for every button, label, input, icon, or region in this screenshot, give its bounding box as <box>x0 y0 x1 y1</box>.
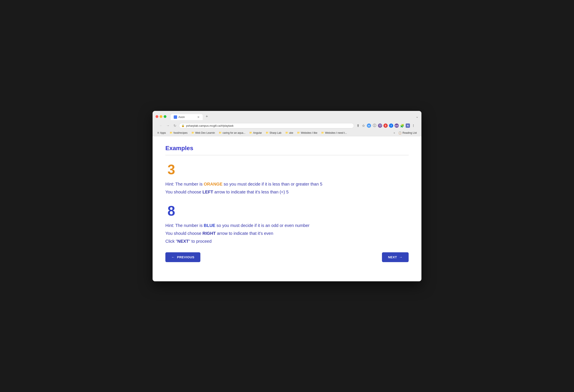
folder-icon-sharplab: 📁 <box>266 131 269 134</box>
share-icon[interactable]: ⬆ <box>356 123 360 128</box>
previous-button-label: PREVIOUS <box>177 255 195 259</box>
bookmark-food[interactable]: 📁 food/recipes <box>168 131 189 135</box>
new-tab-button[interactable]: + <box>204 113 210 120</box>
bookmark-food-label: food/recipes <box>173 131 187 134</box>
folder-icon-caring: 📁 <box>219 131 222 134</box>
bookmarks-bar: ⊞ Apps 📁 food/recipes 📁 Web Dev Learnin … <box>153 130 421 136</box>
example-2-block: 8 Hint: The number is BLUE so you must d… <box>165 203 409 244</box>
tab-label: Axon <box>178 115 185 118</box>
back-button[interactable]: ← <box>159 124 164 128</box>
maximize-button[interactable] <box>164 115 166 118</box>
folder-icon-websites-need: 📁 <box>321 131 324 134</box>
example-2-number: 8 <box>165 203 409 219</box>
more-icon[interactable]: ⋮ <box>411 123 415 128</box>
bookmark-caring[interactable]: 📁 caring for an aqua... <box>217 131 247 135</box>
browser-window: Axon ✕ + ⌄ ← → ↻ 🔒 psharplab.campus.mcgi… <box>153 111 421 281</box>
forward-button[interactable]: → <box>165 124 170 128</box>
arrow-right-icon <box>399 255 403 259</box>
example-2-instruction-1: You should choose RIGHT arrow to indicat… <box>165 231 409 236</box>
arrow-left-icon <box>171 255 175 259</box>
folder-icon-uke: 📁 <box>285 131 288 134</box>
bookmark-uke[interactable]: 📁 uke <box>284 131 295 135</box>
example-2-color-word: BLUE <box>204 223 215 228</box>
bookmark-angular-label: Angular <box>253 131 262 134</box>
folder-icon-webdev: 📁 <box>191 131 194 134</box>
window-collapse-button[interactable]: ⌄ <box>416 115 418 118</box>
bookmarks-more-button[interactable]: » <box>392 131 396 135</box>
active-tab[interactable]: Axon ✕ <box>171 114 203 120</box>
example-1-color-word: ORANGE <box>204 182 223 186</box>
reload-button[interactable]: ↻ <box>172 124 177 128</box>
folder-icon-food: 📁 <box>170 131 173 134</box>
bookmark-webdev[interactable]: 📁 Web Dev Learnin <box>190 131 217 135</box>
s-icon[interactable]: S <box>384 123 388 128</box>
page-title: Examples <box>165 145 409 152</box>
bookmark-icon[interactable]: ☆ <box>361 123 366 128</box>
extension-icon[interactable]: ext <box>394 123 399 128</box>
previous-button[interactable]: PREVIOUS <box>165 252 200 262</box>
tab-bar: Axon ✕ + <box>171 113 210 120</box>
close-button[interactable] <box>156 115 158 118</box>
facebook-icon[interactable]: f <box>389 123 393 128</box>
bookmark-websites-like[interactable]: 📁 Websites I like <box>295 131 319 135</box>
profile-m-icon[interactable]: m <box>367 123 371 128</box>
minimize-button[interactable] <box>160 115 162 118</box>
example-1-hint: Hint: The number is ORANGE so you must d… <box>165 182 409 187</box>
reading-list-label: Reading List <box>402 131 417 134</box>
example-2-next-word: NEXT <box>177 239 189 244</box>
folder-icon-websites-like: 📁 <box>297 131 300 134</box>
example-2-direction: RIGHT <box>203 231 216 236</box>
example-1-number: 3 <box>165 162 409 177</box>
puzzle-icon[interactable]: 🧩 <box>400 123 404 128</box>
next-button[interactable]: NEXT <box>382 252 409 262</box>
bookmark-websites-need[interactable]: 📁 Websites I need t... <box>319 131 349 135</box>
bookmark-apps-label: Apps <box>160 131 166 134</box>
url-bar[interactable]: 🔒 psharplab.campus.mcgill.ca/#/playtask <box>179 123 354 128</box>
bookmark-websites-need-label: Websites I need t... <box>325 131 347 134</box>
bookmark-sharplab[interactable]: 📁 Sharp Lab <box>264 131 283 135</box>
n-icon[interactable]: N <box>406 123 410 128</box>
address-bar: ← → ↻ 🔒 psharplab.campus.mcgill.ca/#/pla… <box>156 122 418 130</box>
page-content: Examples 3 Hint: The number is ORANGE so… <box>153 136 421 281</box>
example-2-hint: Hint: The number is BLUE so you must dec… <box>165 223 409 228</box>
shield-icon[interactable]: 🛡 <box>378 123 382 128</box>
example-1-block: 3 Hint: The number is ORANGE so you must… <box>165 162 409 195</box>
example-2-instruction-2: Click "NEXT" to proceed <box>165 239 409 244</box>
lock-icon: 🔒 <box>181 124 184 127</box>
apps-grid-icon: ⊞ <box>157 131 159 134</box>
title-bar: Axon ✕ + ⌄ ← → ↻ 🔒 psharplab.campus.mcgi… <box>153 111 421 130</box>
bookmark-sharplab-label: Sharp Lab <box>269 131 281 134</box>
folder-icon-angular: 📁 <box>249 131 252 134</box>
bookmark-caring-label: caring for an aqua... <box>223 131 246 134</box>
bookmark-webdev-label: Web Dev Learnin <box>195 131 215 134</box>
example-1-direction: LEFT <box>203 190 213 194</box>
tab-favicon <box>174 115 177 119</box>
reading-list-icon: 📋 <box>398 131 402 134</box>
example-1-instruction: You should choose LEFT arrow to indicate… <box>165 190 409 195</box>
url-text: psharplab.campus.mcgill.ca/#/playtask <box>186 124 234 127</box>
bookmark-apps[interactable]: ⊞ Apps <box>156 131 167 135</box>
bookmark-angular[interactable]: 📁 Angular <box>247 131 264 135</box>
next-button-label: NEXT <box>388 255 397 259</box>
address-actions: ⬆ ☆ m ⓘ 🛡 S f ext 🧩 N ⋮ <box>356 123 415 128</box>
bookmark-websites-like-label: Websites I like <box>301 131 317 134</box>
navigation-buttons: PREVIOUS NEXT <box>165 252 409 262</box>
tab-close-button[interactable]: ✕ <box>197 115 200 119</box>
reading-list-button[interactable]: 📋 Reading List <box>397 131 418 135</box>
info-icon[interactable]: ⓘ <box>372 123 377 128</box>
traffic-lights <box>156 115 166 118</box>
bookmark-uke-label: uke <box>289 131 293 134</box>
divider <box>165 155 409 155</box>
